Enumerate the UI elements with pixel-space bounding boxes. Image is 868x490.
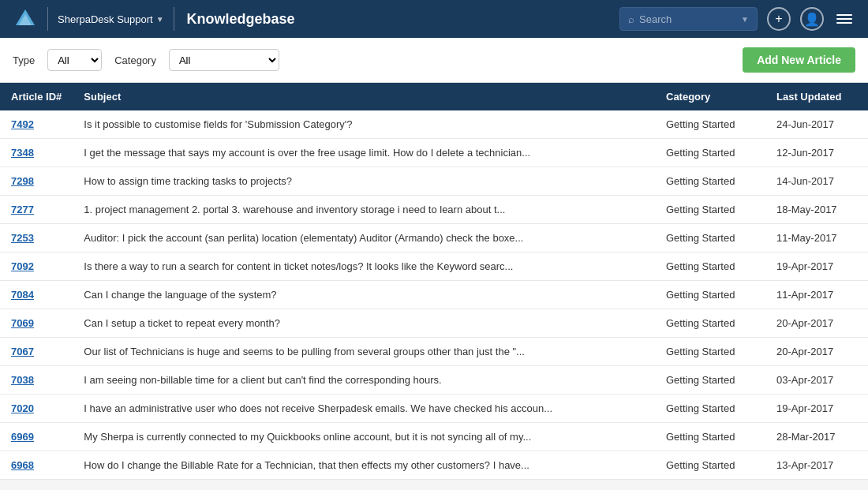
brand-link[interactable]: SherpaDesk Support ▼: [58, 13, 164, 25]
search-input[interactable]: [639, 13, 736, 25]
date-cell: 19-Apr-2017: [765, 252, 868, 281]
subject-cell: 1. project management 2. portal 3. wareh…: [73, 196, 655, 224]
article-id-link[interactable]: 7092: [11, 260, 34, 272]
hamburger-line-1: [836, 14, 852, 16]
hamburger-menu-button[interactable]: [833, 11, 855, 27]
article-id-link[interactable]: 7020: [11, 402, 34, 414]
article-id-cell: 7067: [0, 338, 73, 366]
subject-cell: I get the message that says my account i…: [73, 139, 655, 167]
articles-table-container: Article ID# Subject Category Last Update…: [0, 83, 868, 480]
article-id-link[interactable]: 7277: [11, 204, 34, 215]
date-cell: 12-Jun-2017: [765, 139, 868, 167]
table-row: 7038I am seeing non-billable time for a …: [0, 366, 868, 395]
article-id-link[interactable]: 7348: [11, 147, 34, 159]
date-cell: 03-Apr-2017: [765, 366, 868, 395]
category-cell: Getting Started: [655, 423, 765, 451]
search-icon: ⌕: [628, 13, 634, 25]
hamburger-line-3: [836, 22, 852, 24]
type-select[interactable]: All: [47, 49, 102, 71]
article-id-cell: 7492: [0, 110, 73, 139]
article-id-cell: 7069: [0, 309, 73, 338]
article-id-cell: 7084: [0, 281, 73, 309]
subject-cell: Is there a way to run a search for conte…: [73, 252, 655, 281]
date-cell: 24-Jun-2017: [765, 110, 868, 139]
table-row: 7020I have an administrative user who do…: [0, 395, 868, 423]
logo: [13, 6, 38, 32]
table-row: 7492Is it possible to customise fields f…: [0, 110, 868, 139]
date-cell: 14-Jun-2017: [765, 167, 868, 196]
article-id-cell: 7348: [0, 139, 73, 167]
page-title: Knowledgebase: [187, 11, 295, 28]
table-row: 7092Is there a way to run a search for c…: [0, 252, 868, 281]
date-cell: 20-Apr-2017: [765, 338, 868, 366]
article-id-cell: 6969: [0, 423, 73, 451]
subject-cell: My Sherpa is currently connected to my Q…: [73, 423, 655, 451]
search-container: ⌕ ▼: [619, 7, 758, 31]
category-cell: Getting Started: [655, 451, 765, 480]
date-cell: 13-Apr-2017: [765, 451, 868, 480]
table-header: Article ID# Subject Category Last Update…: [0, 83, 868, 110]
date-cell: 28-Mar-2017: [765, 423, 868, 451]
col-header-last-updated: Last Updated: [765, 83, 868, 110]
article-id-cell: 7038: [0, 366, 73, 395]
add-icon-button[interactable]: +: [767, 7, 791, 31]
table-row: 72771. project management 2. portal 3. w…: [0, 196, 868, 224]
category-cell: Getting Started: [655, 395, 765, 423]
col-header-subject: Subject: [73, 83, 655, 110]
date-cell: 11-Apr-2017: [765, 281, 868, 309]
table-body: 7492Is it possible to customise fields f…: [0, 110, 868, 480]
category-cell: Getting Started: [655, 252, 765, 281]
category-cell: Getting Started: [655, 139, 765, 167]
category-cell: Getting Started: [655, 224, 765, 252]
table-row: 6968How do I change the Billable Rate fo…: [0, 451, 868, 480]
article-id-cell: 6968: [0, 451, 73, 480]
brand-chevron-icon: ▼: [156, 15, 164, 24]
table-row: 7067Our list of Technicians is huge and …: [0, 338, 868, 366]
header-divider: [47, 7, 48, 31]
category-cell: Getting Started: [655, 196, 765, 224]
subject-cell: Auditor: I pick the account (san perlita…: [73, 224, 655, 252]
add-new-article-button[interactable]: Add New Article: [743, 47, 855, 73]
header-divider-2: [174, 7, 174, 31]
col-header-id: Article ID#: [0, 83, 73, 110]
table-row: 6969My Sherpa is currently connected to …: [0, 423, 868, 451]
article-id-link[interactable]: 7253: [11, 232, 34, 244]
category-cell: Getting Started: [655, 110, 765, 139]
category-cell: Getting Started: [655, 167, 765, 196]
hamburger-line-2: [836, 18, 852, 20]
article-id-cell: 7253: [0, 224, 73, 252]
subject-cell: Can I change the language of the system?: [73, 281, 655, 309]
type-label: Type: [13, 54, 35, 66]
category-cell: Getting Started: [655, 338, 765, 366]
article-id-cell: 7092: [0, 252, 73, 281]
article-id-link[interactable]: 7038: [11, 374, 34, 386]
article-id-link[interactable]: 6969: [11, 431, 34, 443]
col-header-category: Category: [655, 83, 765, 110]
search-chevron-icon: ▼: [741, 15, 749, 24]
subject-cell: Our list of Technicians is huge and seem…: [73, 338, 655, 366]
article-id-link[interactable]: 7492: [11, 118, 34, 130]
article-id-link[interactable]: 7084: [11, 289, 34, 301]
article-id-link[interactable]: 7067: [11, 346, 34, 357]
articles-table: Article ID# Subject Category Last Update…: [0, 83, 868, 480]
subject-cell: Can I setup a ticket to repeat every mon…: [73, 309, 655, 338]
category-label: Category: [114, 54, 156, 66]
article-id-link[interactable]: 6968: [11, 459, 34, 471]
article-id-link[interactable]: 7069: [11, 317, 34, 329]
article-id-cell: 7020: [0, 395, 73, 423]
table-row: 7298How to assign time tracking tasks to…: [0, 167, 868, 196]
article-id-cell: 7277: [0, 196, 73, 224]
subject-cell: I have an administrative user who does n…: [73, 395, 655, 423]
category-cell: Getting Started: [655, 281, 765, 309]
category-select[interactable]: All: [169, 49, 279, 71]
table-row: 7069Can I setup a ticket to repeat every…: [0, 309, 868, 338]
date-cell: 11-May-2017: [765, 224, 868, 252]
header: SherpaDesk Support ▼ Knowledgebase ⌕ ▼ +…: [0, 0, 868, 38]
subject-cell: Is it possible to customise fields for '…: [73, 110, 655, 139]
user-icon-button[interactable]: 👤: [800, 7, 824, 31]
date-cell: 18-May-2017: [765, 196, 868, 224]
article-id-link[interactable]: 7298: [11, 175, 34, 187]
subject-cell: I am seeing non-billable time for a clie…: [73, 366, 655, 395]
table-row: 7253Auditor: I pick the account (san per…: [0, 224, 868, 252]
date-cell: 19-Apr-2017: [765, 395, 868, 423]
